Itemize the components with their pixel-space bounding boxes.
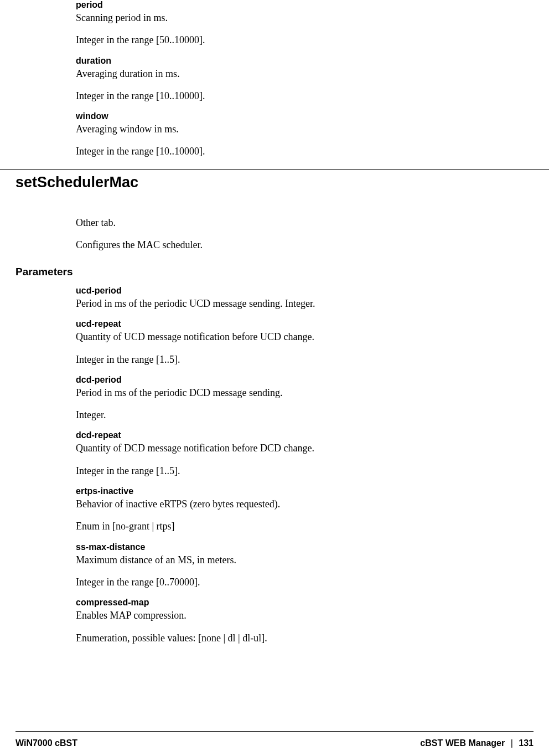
section-divider — [0, 169, 549, 170]
param-name: ertps-inactive — [76, 486, 527, 496]
param-name: period — [76, 0, 527, 10]
param-range: Integer in the range [10..10000]. — [76, 89, 527, 102]
footer-title: cBST WEB Manager — [420, 738, 505, 748]
param-line: Behavior of inactive eRTPS (zero bytes r… — [76, 497, 527, 511]
param-line: Integer in the range [1..5]. — [76, 464, 527, 477]
param-name: dcd-repeat — [76, 430, 527, 440]
top-params-block: period Scanning period in ms. Integer in… — [76, 0, 527, 167]
param-line: Quantity of DCD message notification bef… — [76, 441, 527, 455]
footer-right: cBST WEB Manager | 131 — [420, 738, 534, 748]
parameters-block: ucd-period Period in ms of the periodic … — [76, 286, 527, 654]
param-line: Integer in the range [0..70000]. — [76, 575, 527, 589]
param-line: Integer in the range [1..5]. — [76, 353, 527, 366]
param-desc: Averaging duration in ms. — [76, 67, 527, 80]
footer-left: WiN7000 cBST — [15, 738, 77, 748]
page-footer: WiN7000 cBST cBST WEB Manager | 131 — [15, 738, 534, 748]
param-desc: Scanning period in ms. — [76, 11, 527, 24]
param-line: Quantity of UCD message notification bef… — [76, 330, 527, 343]
page: period Scanning period in ms. Integer in… — [0, 0, 549, 756]
footer-page-number: 131 — [519, 738, 534, 748]
section-intro-line: Configures the MAC scheduler. — [76, 238, 527, 251]
footer-separator: | — [507, 738, 516, 748]
param-name: ucd-period — [76, 286, 527, 296]
param-line: Integer. — [76, 408, 527, 421]
parameters-heading: Parameters — [15, 266, 73, 278]
param-line: Enumeration, possible values: [none | dl… — [76, 631, 527, 645]
param-name: ss-max-distance — [76, 542, 527, 552]
param-name: dcd-period — [76, 375, 527, 385]
param-name: window — [76, 111, 527, 121]
footer-divider — [15, 731, 534, 732]
param-name: compressed-map — [76, 598, 527, 608]
param-line: Enum in [no-grant | rtps] — [76, 520, 527, 533]
param-desc: Averaging window in ms. — [76, 122, 527, 136]
section-heading: setSchedulerMac — [15, 174, 138, 191]
section-intro-block: Other tab. Configures the MAC scheduler. — [76, 216, 527, 261]
section-intro-line: Other tab. — [76, 216, 527, 229]
param-line: Maximum distance of an MS, in meters. — [76, 553, 527, 567]
param-name: ucd-repeat — [76, 319, 527, 329]
param-line: Period in ms of the periodic DCD message… — [76, 386, 527, 399]
param-name: duration — [76, 56, 527, 66]
param-line: Enables MAP compression. — [76, 609, 527, 622]
param-range: Integer in the range [50..10000]. — [76, 33, 527, 47]
section-heading-wrap: setSchedulerMac — [15, 174, 138, 191]
param-range: Integer in the range [10..10000]. — [76, 145, 527, 158]
param-line: Period in ms of the periodic UCD message… — [76, 297, 527, 310]
